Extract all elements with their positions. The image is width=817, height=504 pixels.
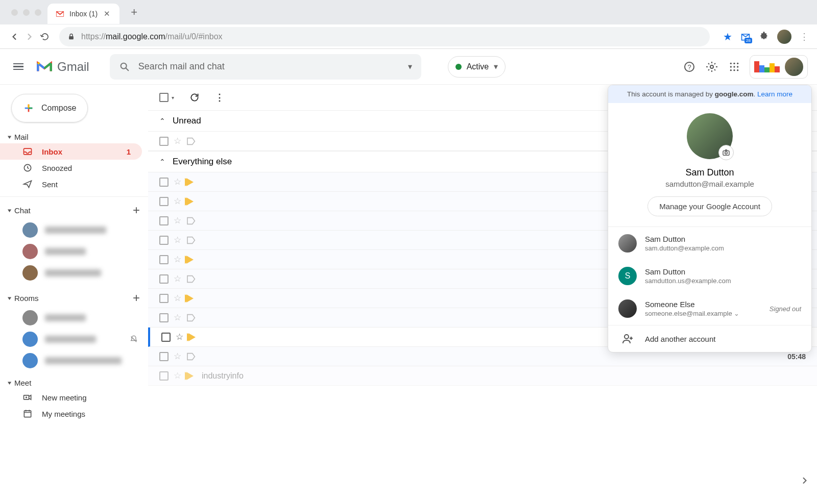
add-chat-icon[interactable]: +: [133, 203, 140, 217]
manage-account-button[interactable]: Manage your Google Account: [647, 196, 772, 216]
settings-gear-icon[interactable]: [705, 60, 719, 74]
support-icon[interactable]: ?: [682, 60, 696, 74]
refresh-button[interactable]: [189, 92, 200, 103]
search-box[interactable]: ▾: [110, 54, 421, 80]
account-row[interactable]: Someone Else someone.else@mail.example ⌄…: [608, 292, 811, 325]
chrome-profile-avatar[interactable]: [777, 30, 791, 44]
caret-down-icon: ▾: [8, 380, 12, 386]
chat-contact[interactable]: [0, 241, 148, 262]
add-account-button[interactable]: Add another account: [608, 325, 811, 352]
svg-point-7: [737, 62, 738, 64]
side-panel-toggle-icon[interactable]: [800, 475, 810, 486]
browser-tab[interactable]: Inbox (1) ✕: [47, 4, 119, 24]
search-options-caret-icon[interactable]: ▾: [408, 62, 412, 71]
chat-contact[interactable]: [0, 262, 148, 284]
room-item[interactable]: [0, 307, 148, 329]
svg-point-13: [737, 69, 738, 71]
url-text: https://mail.google.com/mail/u/0/#inbox: [81, 32, 223, 41]
svg-point-5: [730, 62, 732, 64]
gmail-header: Gmail ▾ Active ▾ ?: [0, 49, 817, 85]
new-tab-button[interactable]: +: [131, 6, 137, 19]
account-popover: This account is managed by google.com. L…: [608, 85, 812, 352]
star-icon[interactable]: ☆: [174, 136, 181, 146]
chevron-down-icon: ⌄: [734, 310, 739, 317]
section-chat-header[interactable]: ▾ Chat +: [0, 201, 148, 219]
person-add-icon: [618, 333, 637, 345]
email-sender: industryinfo: [202, 371, 306, 381]
svg-point-11: [730, 69, 732, 71]
learn-more-link[interactable]: Learn more: [757, 90, 792, 98]
avatar: [618, 234, 637, 253]
search-input[interactable]: [138, 61, 408, 72]
svg-point-10: [737, 66, 738, 67]
svg-point-4: [710, 65, 713, 68]
caret-down-icon: ▾: [8, 134, 12, 140]
caret-down-icon: ▾: [8, 207, 12, 214]
window-controls[interactable]: [5, 9, 47, 16]
nav-forward-button[interactable]: [23, 31, 36, 43]
hamburger-menu-icon[interactable]: [9, 58, 28, 76]
bookmark-star-icon[interactable]: ★: [723, 31, 732, 43]
svg-point-1: [121, 63, 126, 68]
add-room-icon[interactable]: +: [133, 291, 140, 305]
account-row[interactable]: S Sam Dutton samdutton.us@example.com: [608, 260, 811, 292]
search-icon: [119, 61, 130, 72]
chrome-menu-icon[interactable]: ⋮: [800, 31, 809, 42]
sidebar-item-new-meeting[interactable]: New meeting: [0, 389, 142, 406]
room-item[interactable]: [0, 329, 148, 350]
sidebar-item-inbox[interactable]: Inbox 1: [0, 143, 142, 160]
svg-point-12: [733, 69, 735, 71]
account-name: Sam Dutton: [618, 167, 801, 178]
presence-dot-icon: [455, 64, 462, 70]
close-tab-icon[interactable]: ✕: [103, 9, 111, 18]
extensions-puzzle-icon[interactable]: [759, 32, 769, 42]
presence-caret-icon: ▾: [494, 62, 498, 71]
mail-list-panel: ▾ ⋮ ⌃ Unread ☆ ⌃ Everything else: [148, 85, 817, 504]
svg-text:?: ?: [687, 63, 691, 71]
svg-point-6: [733, 62, 735, 64]
tab-title: Inbox (1): [69, 10, 98, 18]
sidebar-item-my-meetings[interactable]: My meetings: [0, 406, 142, 422]
section-rooms-header[interactable]: ▾ Rooms +: [0, 289, 148, 307]
plus-multicolor-icon: [23, 103, 34, 114]
address-bar[interactable]: https://mail.google.com/mail/u/0/#inbox: [59, 27, 710, 46]
svg-rect-17: [24, 411, 31, 417]
browser-toolbar: https://mail.google.com/mail/u/0/#inbox …: [0, 24, 817, 49]
app-grid-icon[interactable]: [727, 60, 741, 74]
user-avatar: [785, 58, 803, 76]
chat-contact[interactable]: [0, 219, 148, 241]
clock-icon: [22, 163, 33, 173]
account-switcher[interactable]: [750, 55, 808, 79]
account-email: samdutton@mail.example: [618, 180, 801, 188]
chevron-up-icon: ⌃: [159, 158, 165, 166]
select-all-checkbox[interactable]: ▾: [159, 93, 174, 102]
more-actions-button[interactable]: ⋮: [215, 92, 224, 103]
presence-selector[interactable]: Active ▾: [448, 56, 506, 78]
camera-icon[interactable]: [718, 145, 734, 160]
sidebar: Compose ▾ Mail Inbox 1 Snoozed Sent: [0, 85, 148, 504]
account-row[interactable]: Sam Dutton sam.dutton@example.com: [608, 227, 811, 260]
sidebar-item-snoozed[interactable]: Snoozed: [0, 160, 142, 176]
compose-button[interactable]: Compose: [11, 94, 88, 122]
section-mail-header[interactable]: ▾ Mail: [0, 131, 148, 143]
svg-point-20: [624, 335, 629, 339]
video-plus-icon: [22, 392, 33, 402]
svg-rect-0: [69, 36, 74, 39]
nav-reload-button[interactable]: [39, 31, 51, 43]
gmail-logo[interactable]: Gmail: [36, 58, 89, 75]
lock-icon: [67, 33, 75, 40]
sidebar-item-sent[interactable]: Sent: [0, 176, 142, 192]
row-checkbox[interactable]: [159, 137, 169, 146]
avatar: [618, 299, 637, 318]
extension-icon[interactable]: 28: [740, 32, 751, 42]
label-chip-icon[interactable]: [186, 136, 197, 146]
gmail-wordmark: Gmail: [57, 60, 89, 74]
account-status: Signed out: [770, 305, 801, 313]
svg-point-19: [725, 152, 728, 154]
chevron-up-icon: ⌃: [159, 117, 165, 125]
room-item[interactable]: [0, 350, 148, 371]
inbox-icon: [22, 146, 33, 157]
section-meet-header[interactable]: ▾ Meet: [0, 376, 148, 389]
email-row[interactable]: ☆ industryinfo: [148, 366, 817, 386]
nav-back-button[interactable]: [8, 31, 20, 43]
